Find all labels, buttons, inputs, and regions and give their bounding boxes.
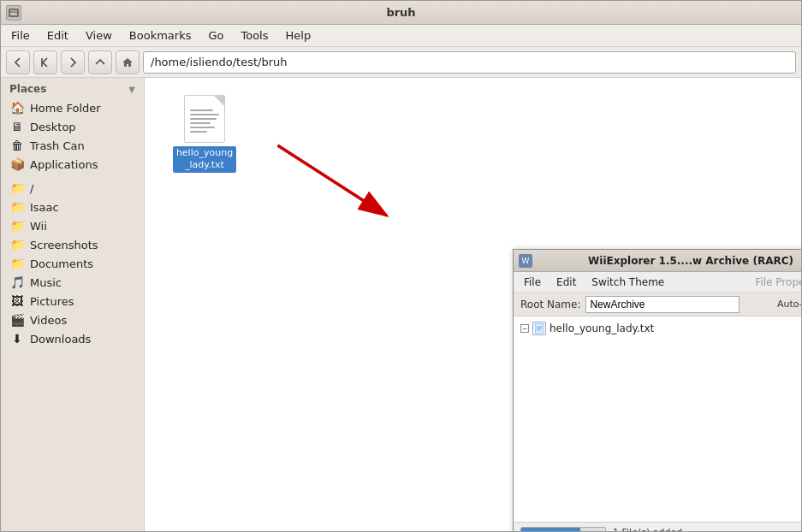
address-text: /home/isliendo/test/bruh bbox=[151, 56, 287, 68]
address-bar[interactable]: /home/isliendo/test/bruh bbox=[143, 51, 796, 74]
wii-menu-file-properties: File Properties bbox=[748, 275, 801, 290]
window-title: bruh bbox=[386, 6, 415, 19]
up-button[interactable] bbox=[88, 50, 112, 74]
wii-menu-bar: File Edit Switch Theme File Properties Y… bbox=[514, 272, 801, 293]
sidebar-item-music[interactable]: 🎵 Music bbox=[1, 273, 144, 292]
sidebar-label-documents: Documents bbox=[30, 257, 93, 270]
auto-calc-label-text: Auto-Calculate File IDs bbox=[777, 299, 801, 310]
root-name-label: Root Name: bbox=[520, 299, 580, 310]
sidebar-item-downloads[interactable]: ⬇ Downloads bbox=[1, 329, 144, 348]
sidebar-item-home-folder[interactable]: 🏠 Home Folder bbox=[1, 98, 144, 117]
sidebar-label-pictures: Pictures bbox=[30, 295, 74, 308]
sidebar-label-wii: Wii bbox=[30, 220, 47, 233]
sidebar-label-isaac: Isaac bbox=[30, 201, 59, 214]
wii-status-text: 1 File(s) added. bbox=[613, 527, 686, 531]
isaac-icon: 📁 bbox=[9, 200, 25, 214]
wii-app-icon: W bbox=[519, 254, 532, 268]
menu-go[interactable]: Go bbox=[201, 27, 230, 44]
applications-icon: 📦 bbox=[9, 157, 25, 171]
sidebar-item-isaac[interactable]: 📁 Isaac bbox=[1, 198, 144, 216]
wii-icon: 📁 bbox=[9, 219, 25, 233]
title-bar-controls bbox=[6, 5, 21, 21]
toolbar: /home/isliendo/test/bruh bbox=[1, 47, 801, 78]
sidebar-label-screenshots: Screenshots bbox=[30, 239, 98, 251]
file-area[interactable]: hello_young _lady.txt W WiiExplorer 1 bbox=[145, 78, 801, 531]
prev-back-button[interactable] bbox=[33, 50, 57, 74]
sidebar-item-trash-can[interactable]: 🗑 Trash Can bbox=[1, 136, 144, 155]
file-icon-hello-young-lady[interactable]: hello_young _lady.txt bbox=[170, 95, 239, 173]
menu-tools[interactable]: Tools bbox=[234, 27, 275, 44]
wii-title-bar: W WiiExplorer 1.5....w Archive (RARC) − … bbox=[514, 250, 801, 272]
videos-icon: 🎬 bbox=[9, 313, 25, 327]
wii-menu-right: File Properties Yaz0 Stro Yaz0 Fast None bbox=[748, 274, 801, 291]
sidebar-item-applications[interactable]: 📦 Applications bbox=[1, 155, 144, 174]
sidebar-item-screenshots[interactable]: 📁 Screenshots bbox=[1, 235, 144, 254]
sidebar-label-videos: Videos bbox=[30, 314, 67, 327]
sidebar-label-downloads: Downloads bbox=[30, 333, 91, 346]
menu-edit[interactable]: Edit bbox=[40, 27, 75, 44]
root-icon: 📁 bbox=[9, 181, 25, 195]
sidebar-label-root: / bbox=[30, 182, 33, 195]
tree-item-label: hello_young_lady.txt bbox=[550, 322, 654, 334]
menu-bar: File Edit View Bookmarks Go Tools Help bbox=[1, 25, 801, 47]
home-folder-icon: 🏠 bbox=[9, 101, 25, 115]
wii-progress-fill bbox=[521, 528, 580, 532]
tree-file-icon bbox=[532, 322, 546, 335]
file-icon-lines bbox=[185, 103, 224, 136]
sidebar-item-wii[interactable]: 📁 Wii bbox=[1, 216, 144, 235]
root-name-input[interactable] bbox=[585, 296, 740, 313]
sidebar-item-desktop[interactable]: 🖥 Desktop bbox=[1, 117, 144, 136]
title-bar: bruh bbox=[1, 1, 801, 25]
wii-content[interactable]: − hello_young_lady.txt bbox=[514, 316, 801, 522]
wii-menu-file[interactable]: File bbox=[517, 275, 548, 290]
sidebar-item-root[interactable]: 📁 / bbox=[1, 179, 144, 198]
home-button[interactable] bbox=[116, 50, 140, 74]
auto-calc-container: Auto-Calculate File IDs ✓ bbox=[777, 299, 801, 310]
main-window: bruh File Edit View Bookmarks Go Tools H… bbox=[0, 0, 802, 532]
wii-menu-edit[interactable]: Edit bbox=[550, 275, 583, 290]
svg-rect-0 bbox=[9, 9, 18, 16]
svg-line-4 bbox=[277, 145, 386, 216]
tree-expand-icon[interactable]: − bbox=[520, 324, 529, 333]
content-area: Places ▼ 🏠 Home Folder 🖥 Desktop 🗑 Trash… bbox=[1, 78, 801, 531]
pictures-icon: 🖼 bbox=[9, 294, 25, 308]
wii-window-title: WiiExplorer 1.5....w Archive (RARC) bbox=[536, 255, 801, 267]
sidebar-label-home-folder: Home Folder bbox=[30, 102, 101, 115]
file-thumbnail bbox=[184, 95, 225, 143]
music-icon: 🎵 bbox=[9, 275, 25, 289]
sidebar: Places ▼ 🏠 Home Folder 🖥 Desktop 🗑 Trash… bbox=[1, 78, 145, 531]
tree-item-hello-young-lady[interactable]: − hello_young_lady.txt bbox=[517, 320, 801, 337]
documents-icon: 📁 bbox=[9, 257, 25, 270]
sidebar-label-desktop: Desktop bbox=[30, 121, 76, 133]
wii-menu-switch-theme[interactable]: Switch Theme bbox=[585, 275, 671, 290]
sidebar-toggle[interactable]: ▼ bbox=[128, 85, 135, 94]
wii-toolbar: Root Name: Auto-Calculate File IDs ✓ bbox=[514, 293, 801, 316]
wii-status-bar: 1 File(s) added. … bbox=[514, 522, 801, 531]
sidebar-header: Places ▼ bbox=[1, 78, 144, 98]
red-arrow bbox=[239, 129, 410, 232]
forward-button[interactable] bbox=[61, 50, 85, 74]
screenshots-icon: 📁 bbox=[9, 238, 25, 251]
wii-explorer-window: W WiiExplorer 1.5....w Archive (RARC) − … bbox=[513, 249, 801, 531]
trash-can-icon: 🗑 bbox=[9, 139, 25, 152]
menu-bookmarks[interactable]: Bookmarks bbox=[122, 27, 199, 44]
sidebar-item-pictures[interactable]: 🖼 Pictures bbox=[1, 292, 144, 310]
desktop-icon: 🖥 bbox=[9, 120, 25, 133]
file-icon-label: hello_young _lady.txt bbox=[173, 146, 236, 173]
sidebar-label-applications: Applications bbox=[30, 158, 98, 171]
menu-view[interactable]: View bbox=[79, 27, 119, 44]
back-button[interactable] bbox=[6, 50, 30, 74]
window-icon bbox=[6, 5, 21, 21]
downloads-icon: ⬇ bbox=[9, 332, 25, 346]
sidebar-label-trash-can: Trash Can bbox=[30, 139, 85, 152]
menu-file[interactable]: File bbox=[4, 27, 37, 44]
sidebar-item-videos[interactable]: 🎬 Videos bbox=[1, 310, 144, 329]
sidebar-label-music: Music bbox=[30, 276, 62, 289]
menu-help[interactable]: Help bbox=[279, 27, 318, 44]
sidebar-item-documents[interactable]: 📁 Documents bbox=[1, 254, 144, 273]
wii-progress-bar bbox=[520, 527, 606, 532]
